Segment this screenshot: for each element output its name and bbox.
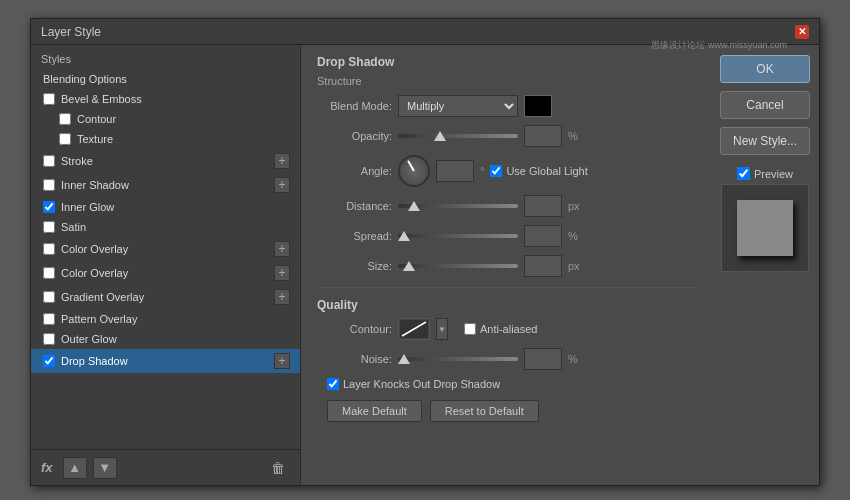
sidebar-item-outer-glow[interactable]: Outer Glow	[31, 329, 300, 349]
pattern-overlay-checkbox[interactable]	[43, 313, 55, 325]
layer-knocks-label[interactable]: Layer Knocks Out Drop Shadow	[327, 378, 500, 390]
gradient-overlay-checkbox[interactable]	[43, 291, 55, 303]
spread-input[interactable]: 0	[524, 225, 562, 247]
size-thumb[interactable]	[403, 261, 415, 271]
blend-color-box[interactable]	[524, 95, 552, 117]
make-default-button[interactable]: Make Default	[327, 400, 422, 422]
new-style-button[interactable]: New Style...	[720, 127, 810, 155]
sidebar-item-gradient-overlay[interactable]: Gradient Overlay+	[31, 285, 300, 309]
sidebar-item-stroke[interactable]: Stroke+	[31, 149, 300, 173]
move-up-button[interactable]: ▲	[63, 457, 87, 479]
preview-section: Preview	[721, 167, 809, 272]
use-global-light-checkbox[interactable]	[490, 165, 502, 177]
satin-checkbox[interactable]	[43, 221, 55, 233]
distance-thumb[interactable]	[408, 201, 420, 211]
use-global-light-label[interactable]: Use Global Light	[490, 165, 587, 177]
quality-label: Quality	[317, 298, 695, 312]
delete-button[interactable]: 🗑	[266, 457, 290, 479]
anti-aliased-label[interactable]: Anti-aliased	[464, 323, 537, 335]
spread-unit: %	[568, 230, 578, 242]
spread-slider[interactable]	[398, 228, 518, 244]
opacity-input[interactable]: 36	[524, 125, 562, 147]
distance-input[interactable]: 10	[524, 195, 562, 217]
inner-glow-checkbox[interactable]	[43, 201, 55, 213]
texture-checkbox[interactable]	[59, 133, 71, 145]
opacity-thumb[interactable]	[434, 131, 446, 141]
noise-thumb[interactable]	[398, 354, 410, 364]
sidebar-item-blending-options[interactable]: Blending Options	[31, 69, 300, 89]
inner-shadow-add-button[interactable]: +	[274, 177, 290, 193]
sidebar-item-contour[interactable]: Contour	[31, 109, 300, 129]
bevel-emboss-label: Bevel & Emboss	[61, 93, 290, 105]
sidebar-item-color-overlay-2[interactable]: Color Overlay+	[31, 261, 300, 285]
blend-mode-select[interactable]: Multiply Normal Screen Overlay	[398, 95, 518, 117]
blend-mode-row: Blend Mode: Multiply Normal Screen Overl…	[317, 95, 695, 117]
distance-label: Distance:	[317, 200, 392, 212]
sidebar-item-bevel-emboss[interactable]: Bevel & Emboss	[31, 89, 300, 109]
left-footer: fx ▲ ▼ 🗑	[31, 449, 300, 485]
distance-row: Distance: 10 px	[317, 195, 695, 217]
noise-input[interactable]: 0	[524, 348, 562, 370]
bevel-emboss-checkbox[interactable]	[43, 93, 55, 105]
inner-shadow-checkbox[interactable]	[43, 179, 55, 191]
contour-box[interactable]	[398, 318, 430, 340]
drop-shadow-checkbox[interactable]	[43, 355, 55, 367]
opacity-label: Opacity:	[317, 130, 392, 142]
opacity-row: Opacity: 36 %	[317, 125, 695, 147]
gradient-overlay-add-button[interactable]: +	[274, 289, 290, 305]
stroke-add-button[interactable]: +	[274, 153, 290, 169]
anti-aliased-checkbox[interactable]	[464, 323, 476, 335]
stroke-label: Stroke	[61, 155, 274, 167]
contour-label: Contour:	[317, 323, 392, 335]
spread-track	[398, 234, 518, 238]
opacity-unit: %	[568, 130, 578, 142]
drop-shadow-add-button[interactable]: +	[274, 353, 290, 369]
size-slider[interactable]	[398, 258, 518, 274]
distance-slider[interactable]	[398, 198, 518, 214]
color-overlay-1-add-button[interactable]: +	[274, 241, 290, 257]
dialog-title: Layer Style	[41, 25, 101, 39]
spread-thumb[interactable]	[398, 231, 410, 241]
opacity-slider[interactable]	[398, 128, 518, 144]
layer-knocks-checkbox[interactable]	[327, 378, 339, 390]
preview-shape	[737, 200, 793, 256]
sidebar-item-pattern-overlay[interactable]: Pattern Overlay	[31, 309, 300, 329]
color-overlay-2-checkbox[interactable]	[43, 267, 55, 279]
size-track	[398, 264, 518, 268]
angle-dial[interactable]	[398, 155, 430, 187]
contour-curve-icon	[400, 320, 428, 338]
opacity-track	[398, 134, 518, 138]
styles-list: Blending OptionsBevel & EmbossContourTex…	[31, 69, 300, 449]
noise-slider[interactable]	[398, 351, 518, 367]
preview-label[interactable]: Preview	[737, 167, 793, 180]
color-overlay-1-checkbox[interactable]	[43, 243, 55, 255]
sidebar-item-satin[interactable]: Satin	[31, 217, 300, 237]
size-input[interactable]: 5	[524, 255, 562, 277]
stroke-checkbox[interactable]	[43, 155, 55, 167]
preview-checkbox[interactable]	[737, 167, 750, 180]
angle-input[interactable]: 120	[436, 160, 474, 182]
color-overlay-2-add-button[interactable]: +	[274, 265, 290, 281]
contour-row: Contour: ▼ Anti-aliased	[317, 318, 695, 340]
reset-to-default-button[interactable]: Reset to Default	[430, 400, 539, 422]
contour-checkbox[interactable]	[59, 113, 71, 125]
close-button[interactable]: ✕	[795, 25, 809, 39]
sidebar-item-inner-shadow[interactable]: Inner Shadow+	[31, 173, 300, 197]
size-unit: px	[568, 260, 580, 272]
sidebar-item-inner-glow[interactable]: Inner Glow	[31, 197, 300, 217]
layer-style-dialog: Layer Style ✕ 思缘设计论坛 www.missyuan.com St…	[30, 18, 820, 486]
contour-dropdown-arrow[interactable]: ▼	[436, 318, 448, 340]
move-down-button[interactable]: ▼	[93, 457, 117, 479]
sidebar-item-texture[interactable]: Texture	[31, 129, 300, 149]
sidebar-item-drop-shadow[interactable]: Drop Shadow+	[31, 349, 300, 373]
ok-button[interactable]: OK	[720, 55, 810, 83]
color-overlay-1-label: Color Overlay	[61, 243, 274, 255]
styles-label: Styles	[31, 45, 300, 69]
distance-unit: px	[568, 200, 580, 212]
cancel-button[interactable]: Cancel	[720, 91, 810, 119]
sidebar-item-color-overlay-1[interactable]: Color Overlay+	[31, 237, 300, 261]
angle-label: Angle:	[317, 165, 392, 177]
size-label: Size:	[317, 260, 392, 272]
action-buttons: Make Default Reset to Default	[317, 400, 695, 422]
outer-glow-checkbox[interactable]	[43, 333, 55, 345]
